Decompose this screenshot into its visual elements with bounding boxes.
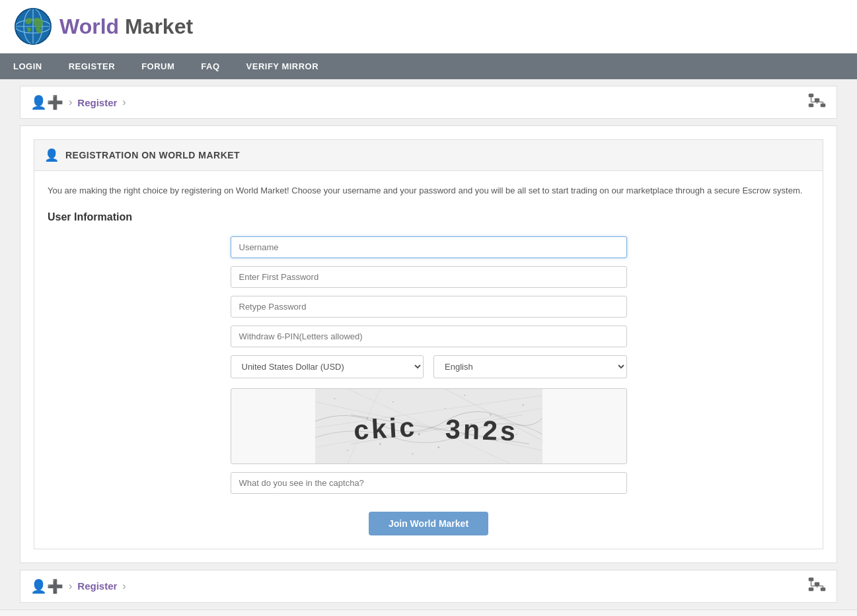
site-header: World Market (0, 0, 857, 53)
reg-panel-header: 👤 REGISTRATION ON WORLD MARKET (34, 140, 823, 171)
svg-point-34 (464, 395, 465, 396)
svg-point-26 (444, 407, 445, 409)
globe-icon (13, 7, 53, 46)
site-footer: Copyright © 2020 World Market Server Tim… (0, 609, 857, 616)
breadcrumb-bar-bottom: 👤➕ › Register › (20, 570, 837, 603)
join-button[interactable]: Join World Market (369, 512, 488, 535)
svg-point-29 (522, 404, 524, 406)
svg-rect-44 (821, 588, 825, 591)
logo-world: World (59, 15, 119, 38)
svg-rect-41 (809, 578, 813, 581)
nav-forum[interactable]: FORUM (128, 53, 188, 79)
username-input[interactable] (231, 236, 627, 258)
password-input[interactable] (231, 266, 627, 288)
logo-text: World Market (59, 15, 193, 39)
registration-panel: 👤 REGISTRATION ON WORLD MARKET You are m… (34, 139, 823, 549)
svg-point-30 (347, 450, 348, 451)
captcha-input[interactable] (231, 472, 627, 494)
svg-rect-7 (815, 98, 819, 102)
logo-market: Market (119, 15, 193, 38)
breadcrumb-left: 👤➕ › Register › (30, 94, 126, 110)
user-add-icon-bottom: 👤➕ (30, 578, 63, 594)
nav-register[interactable]: REGISTER (56, 53, 128, 79)
chevron-right-icon-bottom: › (69, 580, 72, 592)
sitemap-icon (808, 93, 827, 112)
svg-text:3n2s: 3n2s (445, 413, 518, 446)
svg-rect-8 (809, 104, 813, 107)
chevron-right-icon-bottom-2: › (122, 580, 126, 592)
user-add-icon: 👤➕ (30, 94, 63, 110)
breadcrumb-bar-top: 👤➕ › Register › (20, 86, 837, 119)
reg-header-title: REGISTRATION ON WORLD MARKET (65, 150, 240, 160)
sitemap-icon-bottom (808, 577, 827, 596)
reg-header-icon: 👤 (44, 148, 59, 162)
reg-panel-body: You are making the right choice by regis… (34, 171, 823, 549)
breadcrumb-left-bottom: 👤➕ › Register › (30, 578, 126, 594)
nav-verify-mirror[interactable]: VERIFY MIRROR (233, 53, 332, 79)
breadcrumb-label: Register (77, 97, 117, 108)
main-content: 👤 REGISTRATION ON WORLD MARKET You are m… (20, 125, 837, 563)
svg-rect-43 (809, 588, 813, 591)
chevron-right-icon-2: › (122, 96, 126, 108)
pin-input[interactable] (231, 325, 627, 347)
svg-point-25 (418, 433, 420, 435)
currency-select[interactable]: United States Dollar (USD) Bitcoin (BTC)… (231, 355, 424, 378)
language-select[interactable]: English Spanish German French (433, 355, 627, 378)
breadcrumb-label-bottom: Register (77, 580, 117, 592)
svg-point-32 (412, 453, 413, 454)
logo-container: World Market (13, 7, 193, 46)
svg-rect-9 (821, 104, 825, 107)
svg-point-24 (392, 401, 393, 402)
nav-login[interactable]: LOGIN (0, 53, 56, 79)
registration-form: United States Dollar (USD) Bitcoin (BTC)… (231, 236, 627, 535)
user-info-title: User Information (48, 211, 809, 223)
nav-faq[interactable]: FAQ (188, 53, 233, 79)
svg-rect-42 (815, 582, 819, 586)
captcha-image: ckic 3n2s (231, 388, 627, 464)
retype-password-input[interactable] (231, 296, 627, 318)
selects-row: United States Dollar (USD) Bitcoin (BTC)… (231, 355, 627, 378)
reg-description: You are making the right choice by regis… (48, 184, 809, 198)
svg-point-33 (437, 446, 439, 448)
svg-point-22 (334, 398, 335, 399)
main-nav: LOGIN REGISTER FORUM FAQ VERIFY MIRROR (0, 53, 857, 79)
svg-rect-6 (809, 94, 813, 97)
chevron-right-icon: › (69, 96, 72, 108)
